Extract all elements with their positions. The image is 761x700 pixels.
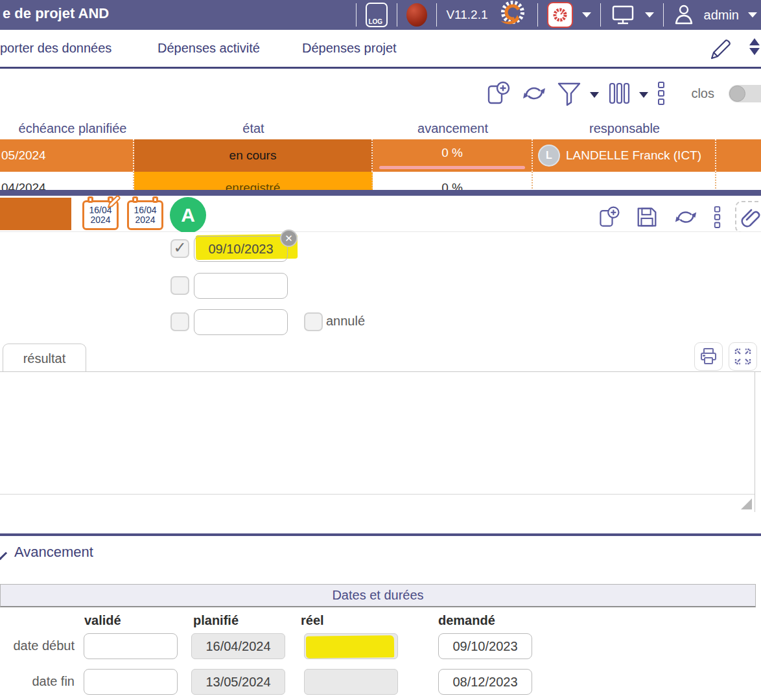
columns-icon[interactable] <box>607 80 631 107</box>
date-fin-reel-input <box>304 669 398 695</box>
assignee-avatar[interactable]: A <box>170 197 206 233</box>
chevron-down-icon[interactable] <box>582 12 591 18</box>
settings-gear-icon[interactable] <box>547 2 573 28</box>
kebab-menu-icon[interactable] <box>712 204 722 230</box>
save-icon[interactable] <box>635 204 659 230</box>
avancement-section-title[interactable]: Avancement <box>14 544 93 561</box>
menu-item-importer[interactable]: porter des données <box>0 41 111 56</box>
monitor-icon[interactable] <box>610 4 636 26</box>
col-header-etat[interactable]: état <box>134 121 373 136</box>
printer-icon <box>699 347 718 366</box>
expand-icon <box>733 347 753 366</box>
highlight-marker <box>306 635 394 658</box>
col-header-reel: réel <box>301 613 324 628</box>
en-cours-checkbox[interactable]: ✓ <box>170 239 189 258</box>
cell-extra <box>716 172 761 190</box>
cell-extra <box>716 139 761 172</box>
status-form: en cours ✓ 09/10/2023 ✕ fait clos annulé <box>0 232 761 341</box>
annule-checkbox[interactable] <box>304 312 323 331</box>
menu-item-depenses-activite[interactable]: Dépenses activité <box>158 41 260 56</box>
cell-avancement: 0 % <box>373 139 533 172</box>
cell-responsable: L LANDELLE Franck (ICT) <box>533 139 716 172</box>
date-debut-label: date début <box>2 638 75 653</box>
edit-pencil-icon[interactable] <box>708 38 732 62</box>
date-debut-demande-input[interactable]: 09/10/2023 <box>438 633 532 659</box>
collapse-chevron-icon[interactable] <box>0 546 7 560</box>
result-textarea[interactable] <box>0 372 755 512</box>
paperclip-icon <box>740 205 761 229</box>
chevron-down-icon[interactable] <box>590 92 599 98</box>
user-icon <box>673 3 695 27</box>
clos-toggle-label: clos <box>691 86 714 101</box>
en-cours-date-input[interactable]: 09/10/2023 <box>194 236 288 262</box>
separator <box>663 3 664 27</box>
cell-etat: en cours <box>134 139 373 172</box>
section-divider <box>0 533 761 536</box>
separator <box>356 3 357 27</box>
refresh-icon[interactable] <box>520 80 548 107</box>
cell-echeance: 05/2024 <box>0 139 134 172</box>
date-fin-label: date fin <box>2 674 75 689</box>
status-sphere-icon <box>406 3 427 27</box>
cell-echeance: 04/2024 <box>0 172 134 190</box>
col-header-avancement[interactable]: avancement <box>373 121 533 136</box>
scroll-updown-icon[interactable] <box>749 38 760 55</box>
clos-toggle[interactable] <box>729 85 761 102</box>
result-tabbar: résultat <box>0 341 761 372</box>
table-row[interactable]: 04/2024 enregistré 0 % <box>0 172 761 190</box>
separator <box>537 3 538 27</box>
add-record-icon[interactable] <box>485 80 512 107</box>
separator <box>600 3 601 27</box>
version-label: V11.2.1 <box>446 8 487 22</box>
cell-etat: enregistré <box>134 172 373 190</box>
chevron-down-icon[interactable] <box>645 12 654 18</box>
user-name-label[interactable]: admin <box>704 8 739 23</box>
col-header-responsable[interactable]: responsable <box>533 121 716 136</box>
date-fin-planifie-input: 13/05/2024 <box>191 669 285 695</box>
date-fin-valide-input[interactable] <box>84 669 178 695</box>
fullscreen-button[interactable] <box>729 342 757 371</box>
app-window: e de projet AND LOG V11.2.1 <box>0 0 761 700</box>
chevron-down-icon[interactable] <box>639 92 648 98</box>
table-row-selected[interactable]: 05/2024 en cours 0 % L LANDELLE Franck (… <box>0 139 761 172</box>
fait-date-input[interactable] <box>194 273 288 299</box>
tab-resultat[interactable]: résultat <box>3 344 86 373</box>
print-button[interactable] <box>694 342 723 371</box>
clear-date-icon[interactable]: ✕ <box>280 229 298 247</box>
avatar: L <box>538 145 560 167</box>
date-debut-valide-input[interactable] <box>84 633 178 659</box>
attachment-button[interactable] <box>735 201 761 233</box>
top-bar: e de projet AND LOG V11.2.1 <box>0 0 761 30</box>
resize-handle[interactable] <box>741 498 752 509</box>
date-fin-demande-input[interactable]: 08/12/2023 <box>438 669 532 695</box>
app-title: e de projet AND <box>3 5 109 22</box>
refresh-icon[interactable] <box>672 204 699 230</box>
separator <box>397 3 397 27</box>
menu-item-depenses-projet[interactable]: Dépenses projet <box>302 41 397 56</box>
app-logo-icon <box>497 0 528 30</box>
list-toolbar: clos <box>0 71 761 116</box>
col-header-demande: demandé <box>438 613 495 628</box>
detail-header: 16/042024 16/042024 A <box>0 196 761 232</box>
clos-date-input[interactable] <box>194 309 288 335</box>
fait-checkbox[interactable] <box>170 276 189 295</box>
filter-icon[interactable] <box>556 80 582 107</box>
col-header-valide: validé <box>84 613 121 628</box>
pencil-icon <box>105 194 122 211</box>
clos-checkbox[interactable] <box>170 312 189 331</box>
status-color-block <box>0 198 71 230</box>
date-debut-planifie-input: 16/04/2024 <box>191 633 285 659</box>
cell-responsable <box>533 172 716 190</box>
col-header-planifie: planifié <box>193 613 239 628</box>
add-record-icon[interactable] <box>597 204 622 230</box>
separator <box>436 3 437 27</box>
progress-bar <box>379 166 525 169</box>
cell-avancement: 0 % <box>373 172 533 190</box>
col-header-echeance[interactable]: échéance planifiée <box>0 121 150 136</box>
date-badge-due: 16/042024 <box>127 200 163 230</box>
log-icon[interactable]: LOG <box>366 3 388 27</box>
chevron-down-icon[interactable] <box>748 12 757 18</box>
kebab-menu-icon[interactable] <box>656 80 666 107</box>
editor-divider <box>0 494 755 495</box>
check-icon: ✓ <box>173 239 186 257</box>
